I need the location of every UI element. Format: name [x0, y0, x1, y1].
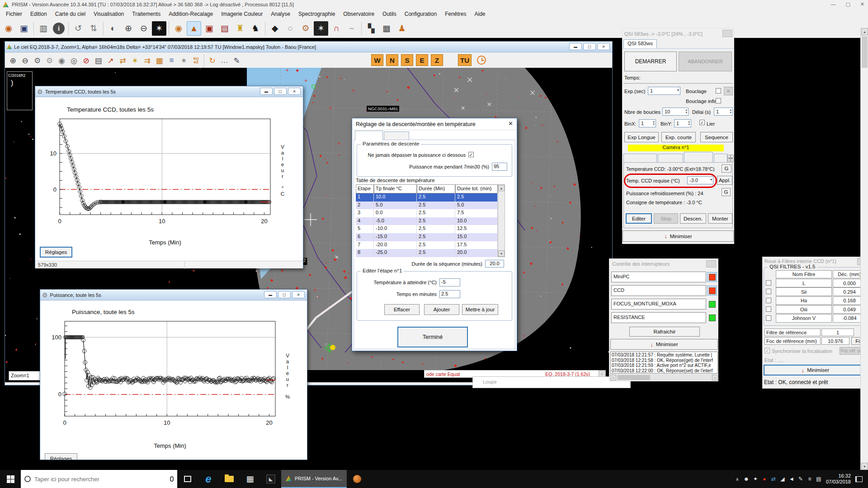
table-cell[interactable]: 2.5	[417, 233, 455, 241]
descent-table[interactable]: EtapeTp finale °CDurée (Min)Durée tot. (…	[356, 184, 505, 258]
action-center-icon[interactable]	[855, 476, 863, 482]
delai-spinner[interactable]: 1▲ ▼	[714, 108, 733, 116]
people-icon[interactable]: ☻	[742, 476, 751, 482]
compass-e-button[interactable]: E	[416, 54, 428, 66]
compass-s-button[interactable]: S	[401, 54, 413, 66]
search-input[interactable]	[34, 476, 147, 483]
switch-state-resistance[interactable]	[707, 313, 717, 323]
never-exceed-checkbox[interactable]: ✓	[468, 152, 474, 157]
reglages-button[interactable]: Réglages	[45, 453, 77, 460]
exp-courte-button[interactable]: Exp. courte	[661, 132, 696, 142]
info-icon[interactable]: i	[53, 23, 65, 34]
telescope-icon[interactable]: ▲	[187, 21, 201, 36]
sky-window-titlebar[interactable]: Le ciel EQ.2018-3-7, Zoom=1, Alpha= 16h0…	[5, 42, 612, 52]
scroll-right-arrow[interactable]: ›	[712, 375, 718, 380]
editer-button[interactable]: Editer	[626, 213, 652, 224]
table-cell[interactable]: 5	[356, 225, 374, 233]
table-cell[interactable]: -25.0	[374, 249, 417, 257]
comet-panel[interactable]: C/2016R2 )	[7, 71, 33, 110]
sky-gear-icon[interactable]: ⚙	[31, 54, 43, 67]
tab-fenetrage[interactable]	[623, 154, 657, 162]
ime-icon[interactable]: ≡	[805, 476, 814, 482]
open-image-icon[interactable]: ◉	[1, 21, 16, 36]
maximize-button[interactable]: ▢	[278, 291, 291, 298]
zoom-out-icon[interactable]: ⊖	[137, 21, 151, 36]
maximize-button[interactable]: ▢	[274, 88, 287, 95]
sky-burst-icon[interactable]: ✶	[129, 54, 141, 67]
pinned-app-icon[interactable]	[347, 470, 368, 488]
filter-name[interactable]: Ha	[776, 296, 832, 305]
scroll-down-arrow[interactable]: ▼	[498, 250, 505, 257]
filter-name[interactable]: Oiii	[776, 305, 832, 314]
tab-montee[interactable]	[384, 131, 409, 140]
tab-camera[interactable]	[658, 154, 683, 162]
appl-button[interactable]: Appl.	[717, 176, 732, 185]
tab-scroll-left[interactable]: ◂	[727, 155, 731, 162]
bouclage-infini-checkbox[interactable]	[716, 98, 721, 103]
menu-fichier[interactable]: Fichier	[2, 9, 26, 19]
dome-robot-icon[interactable]: ♜	[233, 21, 247, 36]
redo-icon[interactable]: ⇅	[86, 21, 101, 36]
minimiser-button[interactable]: ↓ Minimiser	[764, 365, 867, 375]
menu-addition-recalage[interactable]: Addition-Recalage	[165, 9, 217, 19]
table-cell[interactable]: 2.5	[417, 193, 455, 202]
right-scrollbar[interactable]: ▲ ▼	[860, 28, 868, 470]
bird-icon[interactable]: ♞	[248, 21, 263, 36]
network-icon[interactable]: ◢	[778, 476, 787, 482]
scroll-left-arrow[interactable]: ‹	[610, 375, 616, 380]
scroll-up-arrow[interactable]: ▲	[498, 185, 505, 191]
menu-outils[interactable]: Outils	[378, 9, 401, 19]
pen-icon[interactable]: ✎	[796, 476, 805, 482]
drop-icon[interactable]: ◆	[268, 21, 282, 36]
table-cell[interactable]: 5.0	[374, 202, 417, 210]
table-cell[interactable]: 4	[356, 217, 374, 225]
table-cell[interactable]: 7	[356, 241, 374, 249]
filter-checkbox-oiii[interactable]	[766, 306, 771, 312]
tab-roue[interactable]	[714, 154, 727, 162]
filter-name[interactable]: Johnson V	[776, 314, 832, 323]
table-cell[interactable]: 0.0	[374, 209, 417, 217]
compass-w-button[interactable]: W	[371, 54, 383, 66]
abandonner-button[interactable]: ABANDONNER	[679, 52, 732, 71]
keyboard-icon[interactable]: ▤	[814, 476, 823, 482]
filter-checkbox-johnson-v[interactable]	[766, 315, 771, 321]
camera-icon[interactable]: ▣	[202, 21, 217, 36]
menu-observatoire[interactable]: Observatoire	[339, 9, 378, 19]
sky-dots-icon[interactable]: …	[218, 54, 231, 67]
taskbar-active-task[interactable]: PRISM - Version Av...	[281, 470, 347, 488]
nbre-boucles-spinner[interactable]: 10▲ ▼	[662, 108, 689, 116]
demarrer-button[interactable]: DEMARRER	[624, 52, 677, 71]
bluetooth-icon[interactable]: ⇄	[769, 476, 778, 482]
table-cell[interactable]: 3	[356, 209, 374, 217]
zoom-in-icon[interactable]: ⊕	[121, 21, 136, 36]
table-cell[interactable]: 2.5	[417, 209, 455, 217]
exp-longue-button[interactable]: Exp Longue	[624, 132, 659, 142]
wrench-icon[interactable]: ⚙	[298, 21, 313, 36]
switch-state-ccd[interactable]	[707, 286, 717, 296]
sky-refresh-icon[interactable]: ↻	[206, 54, 218, 67]
user-icon[interactable]: ♟	[395, 21, 409, 36]
filter-checkbox-ha[interactable]	[766, 298, 771, 303]
effacer-button[interactable]: Effacer	[384, 304, 420, 315]
minimize-button[interactable]: ▬	[264, 291, 277, 298]
ajouter-button[interactable]: Ajouter	[424, 304, 459, 315]
temp-window-titlebar[interactable]: ⚙ Temperature CCD, toutes les 5s ▬ ▢ ✕	[35, 86, 303, 97]
reglages-button[interactable]: Réglages	[40, 247, 72, 258]
table-cell[interactable]: 2.5	[417, 241, 455, 249]
filter-name[interactable]: L	[776, 279, 832, 287]
tab-scroll-right[interactable]: ▸	[731, 155, 734, 162]
sky-slider-icon[interactable]: ≡	[165, 54, 178, 67]
table-cell[interactable]: 2.5	[417, 249, 455, 257]
table-cell[interactable]: 10.0	[374, 193, 417, 202]
table-cell[interactable]: 8	[356, 249, 374, 257]
sky-forbid-icon[interactable]: ⊘	[80, 54, 92, 67]
menu-edition[interactable]: Edition	[26, 9, 51, 19]
minimize-button[interactable]: ▬	[569, 43, 582, 50]
filter-checkbox-sii[interactable]	[766, 289, 771, 294]
taskbar-clock[interactable]: 16:32 07/03/2018	[826, 473, 851, 485]
minimiser-button[interactable]: ↓ Minimiser	[623, 230, 734, 242]
sky-ephemeris-icon[interactable]: ▦	[153, 54, 165, 67]
egg-icon[interactable]: ○	[283, 21, 297, 36]
panel-minimize-box[interactable]	[706, 260, 716, 267]
table-vscrollbar[interactable]: ▲▼	[498, 184, 505, 257]
